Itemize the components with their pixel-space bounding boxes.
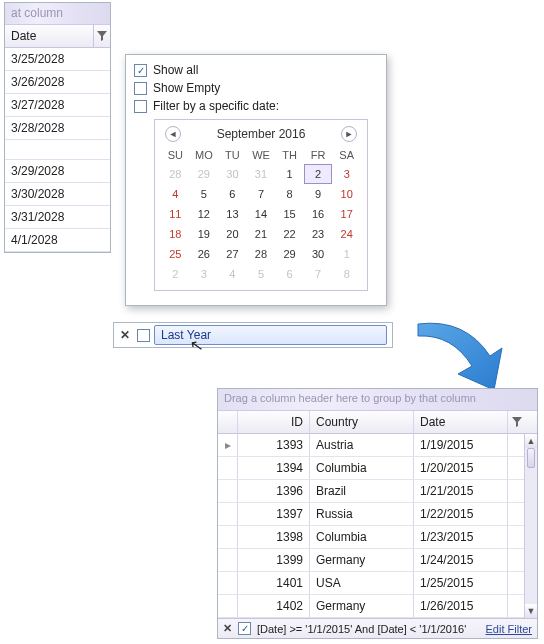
row-indicator-icon[interactable]: [218, 572, 238, 594]
column-header-date[interactable]: Date: [414, 411, 508, 433]
calendar-day[interactable]: 24: [332, 224, 361, 244]
table-row[interactable]: 1399Germany1/24/2015: [218, 549, 524, 572]
row-indicator-icon[interactable]: [218, 526, 238, 548]
calendar-day[interactable]: 14: [247, 204, 276, 224]
table-row[interactable]: 1396Brazil1/21/2015: [218, 480, 524, 503]
date-rows: 3/25/20283/26/20283/27/20283/28/20283/29…: [5, 48, 110, 252]
close-icon[interactable]: ✕: [119, 328, 131, 342]
calendar-next-button[interactable]: ►: [341, 126, 357, 142]
table-row[interactable]: 1394Columbia1/20/2015: [218, 457, 524, 480]
row-indicator-icon[interactable]: [218, 457, 238, 479]
calendar-day[interactable]: 18: [161, 224, 190, 244]
calendar-prev-button[interactable]: ◄: [165, 126, 181, 142]
checkbox-icon[interactable]: [134, 82, 147, 95]
cell-date: 1/19/2015: [414, 434, 508, 456]
calendar-day[interactable]: 8: [275, 184, 304, 204]
list-item[interactable]: 3/25/2028: [5, 48, 110, 71]
calendar-day[interactable]: 30: [304, 244, 333, 264]
calendar-day[interactable]: 27: [218, 244, 247, 264]
cell-date: 1/24/2015: [414, 549, 508, 571]
table-row[interactable]: 1402Germany1/26/2015: [218, 595, 524, 618]
cell-country: Austria: [310, 434, 414, 456]
cell-country: Germany: [310, 549, 414, 571]
list-item[interactable]: 3/31/2028: [5, 206, 110, 229]
calendar-day: 28: [161, 164, 190, 184]
filter-by-date-label: Filter by a specific date:: [153, 99, 279, 113]
list-item[interactable]: 4/1/2028: [5, 229, 110, 252]
list-item[interactable]: 3/28/2028: [5, 117, 110, 140]
calendar-day[interactable]: 16: [304, 204, 333, 224]
checkbox-checked-icon[interactable]: [134, 64, 147, 77]
row-indicator-icon[interactable]: [218, 595, 238, 617]
row-indicator-icon[interactable]: ▸: [218, 434, 238, 456]
checkbox-icon[interactable]: [134, 100, 147, 113]
calendar-day[interactable]: 11: [161, 204, 190, 224]
calendar-day[interactable]: 23: [304, 224, 333, 244]
calendar-day[interactable]: 17: [332, 204, 361, 224]
calendar-day[interactable]: 19: [190, 224, 219, 244]
calendar-dow: TH: [275, 146, 304, 164]
list-item[interactable]: 3/29/2028: [5, 160, 110, 183]
filter-chip-last-year[interactable]: Last Year: [154, 325, 387, 345]
list-item[interactable]: 3/27/2028: [5, 94, 110, 117]
calendar-day[interactable]: 13: [218, 204, 247, 224]
calendar-day[interactable]: 12: [190, 204, 219, 224]
calendar-day[interactable]: 21: [247, 224, 276, 244]
calendar-day[interactable]: 26: [190, 244, 219, 264]
scroll-up-icon[interactable]: ▲: [525, 434, 537, 448]
calendar-day[interactable]: 29: [275, 244, 304, 264]
row-indicator-icon[interactable]: [218, 480, 238, 502]
calendar-day[interactable]: 7: [247, 184, 276, 204]
cell-date: 1/22/2015: [414, 503, 508, 525]
list-item[interactable]: 3/26/2028: [5, 71, 110, 94]
calendar-day[interactable]: 25: [161, 244, 190, 264]
calendar-day[interactable]: 22: [275, 224, 304, 244]
cell-country: USA: [310, 572, 414, 594]
cell-id: 1396: [238, 480, 310, 502]
result-header-row: ID Country Date: [218, 411, 537, 434]
scroll-down-icon[interactable]: ▼: [525, 604, 537, 618]
table-row[interactable]: 1398Columbia1/23/2015: [218, 526, 524, 549]
calendar-day[interactable]: 28: [247, 244, 276, 264]
calendar-day[interactable]: 15: [275, 204, 304, 224]
row-indicator-icon[interactable]: [218, 503, 238, 525]
show-empty-row[interactable]: Show Empty: [134, 79, 378, 97]
calendar-day[interactable]: 10: [332, 184, 361, 204]
calendar-day[interactable]: 4: [161, 184, 190, 204]
show-all-row[interactable]: Show all: [134, 61, 378, 79]
calendar-day[interactable]: 2: [304, 164, 333, 184]
calendar-day[interactable]: 5: [190, 184, 219, 204]
table-row[interactable]: 1401USA1/25/2015: [218, 572, 524, 595]
column-header-date[interactable]: Date: [5, 25, 94, 47]
cell-country: Columbia: [310, 526, 414, 548]
scroll-thumb[interactable]: [527, 448, 535, 468]
result-footer: ✕ [Date] >= '1/1/2015' And [Date] < '1/1…: [218, 618, 537, 638]
calendar-day: 5: [247, 264, 276, 284]
checkbox-icon[interactable]: [137, 329, 150, 342]
table-row[interactable]: ▸1393Austria1/19/2015: [218, 434, 524, 457]
row-selector-header: [218, 411, 238, 433]
cell-date: 1/23/2015: [414, 526, 508, 548]
calendar-day[interactable]: 20: [218, 224, 247, 244]
filter-icon[interactable]: [508, 411, 526, 433]
list-item[interactable]: 3/30/2028: [5, 183, 110, 206]
calendar-day[interactable]: 6: [218, 184, 247, 204]
group-by-hint[interactable]: Drag a column header here to group by th…: [218, 389, 537, 411]
checkbox-checked-icon[interactable]: [238, 622, 251, 635]
edit-filter-link[interactable]: Edit Filter: [486, 623, 532, 635]
calendar-day[interactable]: 1: [275, 164, 304, 184]
cell-id: 1398: [238, 526, 310, 548]
column-header-country[interactable]: Country: [310, 411, 414, 433]
calendar-day[interactable]: 9: [304, 184, 333, 204]
close-icon[interactable]: ✕: [223, 622, 232, 635]
calendar-grid: SUMOTUWETHFRSA28293031123456789101112131…: [161, 146, 361, 284]
filter-by-date-row[interactable]: Filter by a specific date:: [134, 97, 378, 115]
calendar: ◄ September 2016 ► SUMOTUWETHFRSA2829303…: [154, 119, 368, 291]
column-header-id[interactable]: ID: [238, 411, 310, 433]
row-indicator-icon[interactable]: [218, 549, 238, 571]
filter-icon[interactable]: [94, 25, 110, 47]
cell-country: Russia: [310, 503, 414, 525]
vertical-scrollbar[interactable]: ▲ ▼: [524, 434, 537, 618]
table-row[interactable]: 1397Russia1/22/2015: [218, 503, 524, 526]
calendar-day[interactable]: 3: [332, 164, 361, 184]
